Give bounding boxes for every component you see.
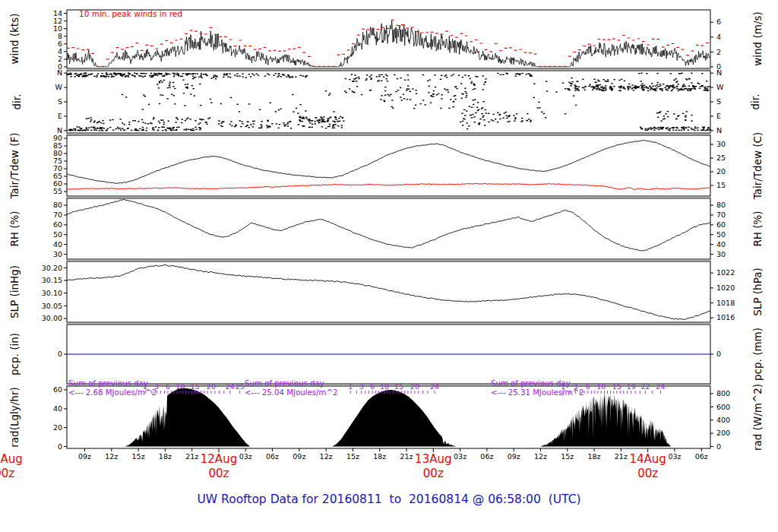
svg-text:10: 10	[596, 382, 606, 391]
svg-text:1016: 1016	[716, 313, 735, 321]
svg-text:400: 400	[716, 416, 730, 424]
axis-title-pcp-right: pcp. (mm)	[751, 328, 764, 381]
svg-text:12z: 12z	[534, 452, 547, 461]
svg-text:06z: 06z	[695, 452, 708, 461]
svg-text:75: 75	[53, 157, 62, 165]
svg-text:55: 55	[53, 187, 62, 195]
svg-text:60: 60	[716, 220, 726, 229]
svg-text:12z: 12z	[105, 452, 118, 461]
svg-text:00z: 00z	[209, 467, 229, 480]
slp-series	[67, 265, 710, 320]
time-axis: 09z12z15z18z21z03z06z09z12z15z18z21z03z0…	[0, 448, 708, 480]
svg-text:30.15: 30.15	[42, 276, 62, 284]
svg-text:40: 40	[53, 404, 62, 413]
svg-text:19: 19	[627, 382, 636, 391]
svg-text:25: 25	[236, 382, 245, 391]
svg-text:40: 40	[716, 240, 726, 249]
svg-text:6: 6	[166, 382, 170, 391]
svg-text:24: 24	[226, 382, 235, 391]
svg-text:09z: 09z	[78, 452, 91, 461]
svg-text:W: W	[716, 83, 724, 91]
svg-text:1018: 1018	[716, 299, 735, 307]
svg-text:30.10: 30.10	[42, 289, 62, 297]
axis-title-pcp-left: pcp. (in)	[8, 333, 21, 375]
axis-title-rh-right: RH (%)	[751, 211, 764, 246]
svg-text:0: 0	[58, 350, 62, 358]
svg-text:4: 4	[58, 47, 62, 55]
axis-title-slp-right: SLP (hPa)	[751, 268, 764, 315]
svg-text:13Aug: 13Aug	[415, 452, 451, 466]
svg-text:15z: 15z	[561, 452, 574, 461]
svg-text:0: 0	[58, 442, 62, 451]
svg-text:15: 15	[612, 382, 621, 391]
svg-text:85: 85	[53, 141, 62, 150]
axis-title-temp-left: Tair/Tdew (F)	[8, 133, 21, 199]
svg-text:18z: 18z	[588, 452, 601, 461]
svg-text:12: 12	[53, 17, 62, 25]
panel-separators	[66, 69, 711, 385]
axis-title-rad-right: rad (W/m^2)	[751, 384, 764, 451]
svg-text:20: 20	[53, 423, 62, 432]
svg-text:6: 6	[58, 40, 62, 48]
svg-text:03z: 03z	[239, 452, 252, 461]
svg-text:18z: 18z	[373, 452, 386, 461]
svg-text:15: 15	[394, 382, 403, 391]
svg-text:1022: 1022	[716, 268, 735, 277]
uw-rooftop-weather-plot: 024681012140246NESWNNESWN556065707580859…	[0, 0, 778, 532]
svg-text:S: S	[58, 97, 62, 106]
direction-scatter	[66, 73, 711, 131]
sum-annotation-line2: <--- 25.31 MJoules/m^2	[491, 388, 584, 397]
svg-text:20: 20	[716, 167, 726, 176]
svg-text:N: N	[716, 126, 722, 135]
plot-title: UW Rooftop Data for 20160811 to 20160814…	[0, 492, 778, 506]
svg-text:24: 24	[430, 382, 439, 391]
svg-text:12Aug: 12Aug	[201, 452, 237, 466]
svg-text:10: 10	[176, 382, 185, 391]
wind-series	[67, 21, 710, 67]
svg-text:70: 70	[53, 164, 62, 173]
svg-text:60: 60	[53, 385, 62, 394]
svg-text:21z: 21z	[400, 452, 413, 461]
sum-annotation-line2: <--- 2.68 MJoules/m^2	[68, 388, 157, 397]
svg-text:S: S	[716, 97, 721, 106]
svg-text:6: 6	[586, 382, 590, 391]
svg-text:06z: 06z	[266, 452, 279, 461]
svg-text:70: 70	[716, 211, 726, 219]
svg-text:90: 90	[53, 134, 62, 142]
svg-text:3: 3	[359, 382, 364, 391]
svg-text:1: 1	[348, 382, 353, 391]
sum-annotation-line1: Sum of previous day	[68, 379, 157, 388]
svg-text:30.05: 30.05	[42, 302, 62, 310]
axis-title-dir-left: dir.	[11, 94, 23, 110]
svg-text:0: 0	[716, 350, 721, 358]
svg-text:18z: 18z	[159, 452, 172, 461]
radiation-series	[125, 388, 672, 447]
sum-annotation-day3: Sum of previous day <--- 25.31 MJoules/m…	[491, 379, 584, 397]
svg-text:W: W	[55, 83, 63, 91]
svg-text:03z: 03z	[454, 452, 466, 461]
axis-title-temp-right: Tair/Tdew (C)	[751, 132, 764, 200]
svg-text:6: 6	[370, 382, 375, 391]
svg-text:12z: 12z	[320, 452, 333, 461]
svg-text:09z: 09z	[508, 452, 520, 461]
svg-text:25: 25	[716, 154, 726, 162]
svg-text:E: E	[58, 112, 62, 120]
svg-text:10: 10	[380, 382, 389, 391]
svg-text:10: 10	[53, 24, 62, 33]
svg-text:80: 80	[53, 149, 62, 157]
svg-text:4: 4	[716, 33, 721, 41]
svg-text:15z: 15z	[132, 452, 145, 461]
svg-text:20: 20	[207, 382, 216, 391]
svg-text:65: 65	[53, 172, 62, 180]
axis-title-slp-left: SLP (inHg)	[8, 265, 21, 318]
svg-text:600: 600	[716, 403, 730, 411]
rh-series	[67, 200, 710, 252]
svg-text:00z: 00z	[637, 467, 658, 480]
axis-title-dir-right: dir.	[749, 94, 761, 110]
svg-text:60: 60	[53, 179, 62, 188]
svg-text:15: 15	[190, 382, 199, 391]
sum-annotation-day1: Sum of previous day <--- 2.68 MJoules/m^…	[68, 379, 157, 397]
svg-text:14: 14	[53, 9, 62, 17]
axis-title-wind-right: wind (m/s)	[751, 11, 764, 65]
svg-text:800: 800	[716, 389, 730, 397]
